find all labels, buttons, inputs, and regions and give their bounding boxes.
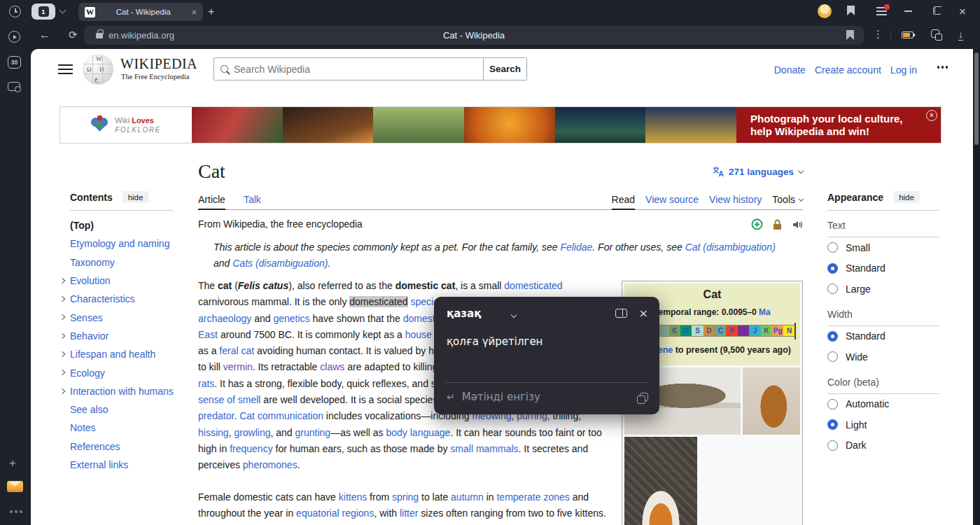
wiki-link[interactable]: body language [386,427,451,438]
wiki-link[interactable]: hissing [198,427,229,438]
geo-period-P[interactable]: P [726,326,737,336]
wiki-link[interactable]: equatorial regions [296,507,374,519]
toc-link[interactable]: See also [70,404,108,415]
scrollbar-thumb[interactable] [974,52,979,145]
radio-option[interactable]: Automatic [827,394,950,415]
downloads-button[interactable]: ↓ [958,29,963,41]
screenshot-icon[interactable] [8,82,20,91]
wiki-link[interactable]: Cat (disambiguation) [685,241,776,253]
expand-chevron-icon[interactable] [59,351,65,357]
radio-option[interactable]: Standard [827,258,950,279]
toc-link[interactable]: External links [70,459,128,470]
languages-button[interactable]: A 271 languages [712,166,803,177]
radio-option[interactable]: Small [827,237,950,258]
header-link[interactable]: Log in [890,64,917,76]
main-menu-hamburger-icon[interactable] [58,64,73,74]
header-link[interactable]: Donate [774,64,806,76]
toc-item[interactable]: External links [59,456,205,474]
translation-input-placeholder[interactable]: Мәтінді енгізу [462,391,540,403]
tab-close-icon[interactable]: × [191,7,197,18]
toc-link[interactable]: Interaction with humans [70,386,174,397]
toc-link[interactable]: Senses [70,312,103,323]
wiki-link[interactable]: kittens [339,491,367,503]
wiki-loves-folklore-banner[interactable]: Wiki Loves FOLKLORE Photograph your loca… [59,106,941,144]
radio-option[interactable]: Dark [827,435,950,456]
search-field[interactable] [214,57,484,80]
wikipedia-globe-logo[interactable]: WΩИع [83,54,113,85]
toc-item[interactable]: References [59,438,205,456]
wiki-link[interactable]: temperate zones [496,491,569,503]
search-input[interactable] [234,64,477,75]
radio-button[interactable] [827,440,838,451]
banner-message-box[interactable]: Photograph your local culture, help Wiki… [736,107,941,143]
toc-item[interactable]: Notes [59,419,205,437]
copy-icon[interactable] [640,393,648,401]
url-bar[interactable]: en.wikipedia.org Cat - Wikipedia [84,26,864,45]
wiki-link[interactable]: rats [198,378,214,389]
mail-icon[interactable] [7,481,23,492]
geo-period-T[interactable]: T [738,326,749,336]
toc-link[interactable]: Etymology and naming [70,238,169,249]
wiki-link[interactable]: autumn [451,491,484,503]
expand-chevron-icon[interactable] [59,296,65,302]
toc-item[interactable]: Evolution [59,272,205,290]
toc-link[interactable]: Behavior [70,330,108,342]
banner-close-icon[interactable]: × [926,110,937,121]
toc-item[interactable]: Ecology [59,363,205,382]
expand-chevron-icon[interactable] [59,278,65,284]
radio-button[interactable] [827,351,838,362]
wiki-link[interactable]: vermin [223,361,253,372]
search-box[interactable]: Search [214,57,527,80]
media-play-icon[interactable] [8,31,20,43]
article-tab[interactable]: View history [709,190,762,209]
toc-hide-button[interactable]: hide [122,191,149,203]
toc-link[interactable]: Taxonomy [70,257,115,268]
listen-speaker-icon[interactable] [792,219,803,230]
calendar-icon[interactable]: 30 [8,56,21,69]
toc-link[interactable]: Characteristics [70,293,135,304]
radio-button[interactable] [827,242,838,253]
wiki-link[interactable]: genetics [273,313,309,324]
radio-option[interactable]: Large [827,279,950,300]
wiki-link[interactable]: litter [400,507,418,519]
language-chevron-icon[interactable] [512,307,516,320]
article-tab[interactable]: Talk [244,190,261,209]
radio-option[interactable]: Light [827,414,950,435]
geo-period-K[interactable]: K [761,326,772,336]
search-button[interactable]: Search [484,57,527,80]
radio-option[interactable]: Wide [827,346,950,368]
temporal-unit-link[interactable]: Ma [759,307,771,317]
wiki-link[interactable]: Cats (disambiguation) [232,258,328,269]
page-protection-lock-icon[interactable] [772,218,783,230]
wiki-link[interactable]: grunting [295,427,331,438]
toc-item[interactable]: Etymology and naming [59,234,205,253]
window-close-button[interactable]: × [959,6,966,18]
geo-period-Є[interactable]: Є [669,326,680,336]
wiki-link[interactable]: frequency [230,443,272,454]
window-restore-button[interactable] [933,7,941,15]
geo-period-D[interactable]: D [704,326,715,336]
wiki-link[interactable]: growling [234,427,270,438]
toc-link[interactable]: Lifespan and health [70,349,155,360]
radio-button[interactable] [827,331,838,342]
header-more-dots-icon[interactable] [937,66,940,69]
wiki-link[interactable]: Cat communication [239,410,323,421]
toc-link[interactable]: Evolution [70,275,111,286]
article-tab[interactable]: View source [645,190,699,209]
wiki-link[interactable]: sense of smell [198,394,260,405]
workspace-switcher[interactable]: 1 [31,4,55,20]
wikipedia-wordmark[interactable]: WIKIPEDIA [120,56,197,72]
radio-button[interactable] [827,284,838,294]
bookmarks-library-icon[interactable] [847,6,855,15]
toc-item[interactable]: (Top) [59,216,205,234]
back-button[interactable]: ← [39,29,50,41]
toc-item[interactable]: Taxonomy [59,253,205,272]
more-options-dots-icon[interactable] [10,510,13,513]
wiki-link[interactable]: spring [392,491,419,503]
languages-count[interactable]: 271 languages [729,167,794,177]
appearance-hide-button[interactable]: hide [893,191,920,203]
toc-item[interactable]: Senses [59,308,205,326]
radio-option[interactable]: Standard [827,326,950,347]
tab-container-icon[interactable] [931,29,939,38]
geo-period-Pg[interactable]: Pg [772,326,783,336]
